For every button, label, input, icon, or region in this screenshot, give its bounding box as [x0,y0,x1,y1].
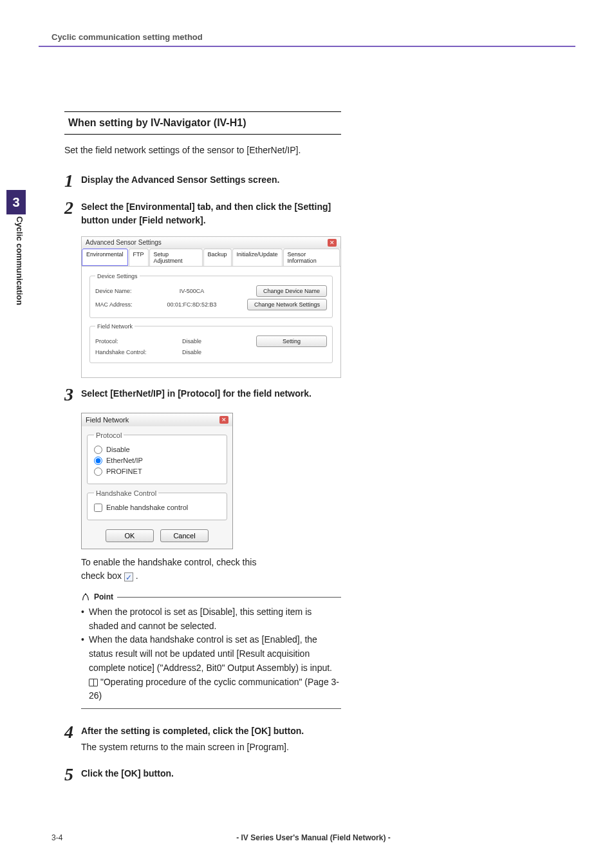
step-4: 4 After the setting is completed, click … [64,723,341,754]
tab-ftp[interactable]: FTP [129,249,149,266]
enable-handshake-input[interactable] [94,504,102,512]
radio-disable-label: Disable [106,446,130,453]
step-title: Select [EtherNet/IP] in [Protocol] for t… [81,387,341,401]
book-icon [89,679,98,686]
handshake-control-legend: Handshake Control [94,489,158,497]
field-network-legend: Field Network [95,323,135,330]
handshake-control-group: Handshake Control Enable handshake contr… [87,489,227,520]
radio-disable[interactable]: Disable [94,446,220,454]
step-title: After the setting is completed, click th… [81,724,341,738]
handshake-note-line2-prefix: check box [81,571,124,581]
point-footer-rule [81,708,341,709]
radio-profinet-input[interactable] [94,467,102,476]
radio-profinet[interactable]: PROFINET [94,467,220,476]
device-name-value: IV-500CA [147,288,237,294]
bullet-icon: • [81,605,89,633]
step-2: 2 Select the [Environmental] tab, and th… [64,199,341,227]
point-item-2-text: When the data handshake control is set a… [89,633,340,703]
enable-handshake-label: Enable handshake control [106,504,188,511]
change-network-settings-button[interactable]: Change Network Settings [247,299,327,310]
bullet-icon: • [81,633,89,703]
mac-address-value: 00:01:FC:8D:52:B3 [147,301,237,308]
step-number: 3 [64,386,81,404]
protocol-label: Protocol: [95,338,147,344]
tab-sensor-information[interactable]: Sensor Information [283,249,340,266]
window-titlebar: Advanced Sensor Settings ✕ [82,237,340,249]
footer-title: - IV Series User's Manual (Field Network… [90,833,537,842]
advanced-sensor-settings-screenshot: Advanced Sensor Settings ✕ Environmental… [81,236,341,378]
tab-setup-adjustment[interactable]: Setup Adjustment [149,249,203,266]
mac-address-label: MAC Address: [95,301,147,308]
device-settings-legend: Device Settings [95,273,140,279]
radio-profinet-label: PROFINET [106,467,142,475]
dialog-titlebar: Field Network ✕ [82,413,232,426]
point-item-1: • When the protocol is set as [Disable],… [81,605,340,633]
handshake-note: To enable the handshake control, check t… [81,556,341,583]
protocol-value: Disable [147,338,237,344]
point-item-1-text: When the protocol is set as [Disable], t… [89,605,340,633]
field-network-dialog-screenshot: Field Network ✕ Protocol Disable EtherNe… [81,413,233,549]
page-number: 3-4 [51,833,90,842]
header-rule [39,46,575,47]
step-title: Display the Advanced Sensor Settings scr… [81,173,341,187]
svg-point-0 [85,594,86,595]
device-name-label: Device Name: [95,288,147,294]
handshake-control-value: Disable [147,349,237,355]
side-chapter-number: 3 [6,190,26,214]
intro-text: Set the field network settings of the se… [64,144,341,158]
tab-environmental[interactable]: Environmental [82,249,128,266]
point-icon [81,592,90,601]
point-item-2-body: When the data handshake control is set a… [89,634,332,672]
content-column: When setting by IV-Navigator (IV-H1) Set… [64,111,341,784]
close-icon[interactable]: ✕ [328,239,337,247]
close-icon[interactable]: ✕ [219,416,228,424]
page-footer: 3-4 - IV Series User's Manual (Field Net… [51,833,575,842]
cancel-button[interactable]: Cancel [160,529,209,542]
point-label: Point [94,592,113,601]
step-title: Click the [OK] button. [81,767,341,780]
step-title: Select the [Environmental] tab, and then… [81,200,341,227]
page: Cyclic communication setting method 3 Cy… [0,0,614,868]
enable-handshake-checkbox[interactable]: Enable handshake control [94,504,220,512]
section-heading: When setting by IV-Navigator (IV-H1) [68,117,337,129]
ok-button[interactable]: OK [106,529,154,542]
side-chapter-label: Cyclic communication [8,216,24,345]
point-box: Point • When the protocol is set as [Dis… [81,592,341,709]
handshake-note-line1: To enable the handshake control, check t… [81,557,256,567]
tab-initialize-update[interactable]: Initialize/Update [232,249,283,266]
change-device-name-button[interactable]: Change Device Name [256,285,327,297]
step-text: The system returns to the main screen in… [81,741,341,754]
step-number: 5 [64,766,81,784]
radio-disable-input[interactable] [94,446,102,454]
window-title: Advanced Sensor Settings [86,239,162,247]
device-settings-group: Device Settings Device Name: IV-500CA Ch… [89,273,333,318]
field-network-group: Field Network Protocol: Disable Setting … [89,323,333,363]
handshake-note-line2-suffix: . [133,571,138,581]
radio-ethernetip-input[interactable] [94,457,102,465]
point-item-2: • When the data handshake control is set… [81,633,340,703]
tab-bar: Environmental FTP Setup Adjustment Backu… [82,249,340,267]
setting-button[interactable]: Setting [256,335,327,347]
step-number: 2 [64,199,81,227]
tab-backup[interactable]: Backup [203,249,232,266]
checkbox-icon [124,572,133,581]
radio-ethernetip-label: EtherNet/IP [106,457,143,464]
protocol-legend: Protocol [94,431,124,439]
point-reference: "Operating procedure of the cyclic commu… [89,677,339,701]
running-head: Cyclic communication setting method [51,32,575,42]
protocol-group: Protocol Disable EtherNet/IP PROFINET [87,431,227,484]
radio-ethernetip[interactable]: EtherNet/IP [94,457,220,465]
point-rule [117,597,341,598]
step-3: 3 Select [EtherNet/IP] in [Protocol] for… [64,386,341,404]
step-number: 4 [64,723,81,754]
step-1: 1 Display the Advanced Sensor Settings s… [64,172,341,190]
dialog-title: Field Network [86,416,129,424]
handshake-control-label: Handshake Control: [95,349,147,355]
step-number: 1 [64,172,81,190]
step-5: 5 Click the [OK] button. [64,766,341,784]
section-heading-box: When setting by IV-Navigator (IV-H1) [64,111,341,135]
